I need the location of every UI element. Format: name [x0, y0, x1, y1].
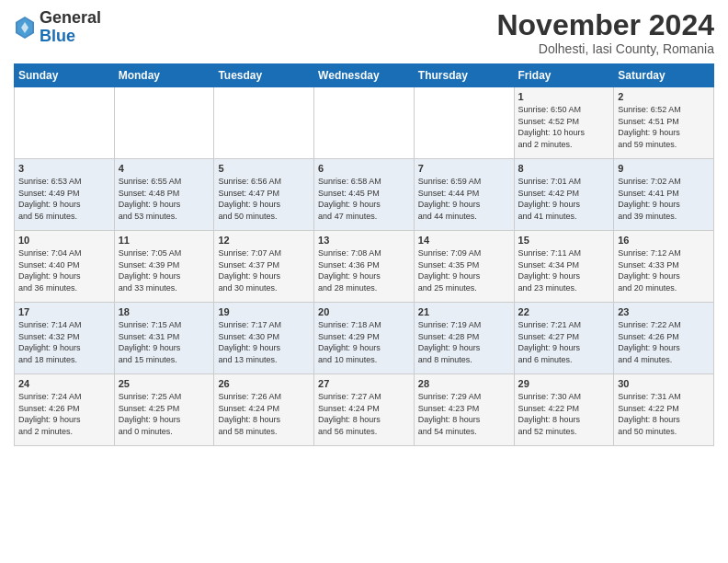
day-info: Sunrise: 7:01 AM Sunset: 4:42 PM Dayligh…	[518, 176, 610, 222]
day-number: 8	[518, 163, 610, 174]
header-saturday: Saturday	[614, 64, 714, 87]
calendar-cell-r2-c3: 13Sunrise: 7:08 AM Sunset: 4:36 PM Dayli…	[314, 231, 415, 303]
calendar-cell-r1-c0: 3Sunrise: 6:53 AM Sunset: 4:49 PM Daylig…	[15, 159, 115, 231]
day-number: 14	[418, 235, 510, 246]
calendar-header: Sunday Monday Tuesday Wednesday Thursday…	[15, 64, 714, 87]
day-info: Sunrise: 7:29 AM Sunset: 4:23 PM Dayligh…	[418, 391, 510, 437]
calendar-cell-r4-c0: 24Sunrise: 7:24 AM Sunset: 4:26 PM Dayli…	[15, 374, 115, 446]
day-number: 21	[418, 306, 510, 317]
calendar-cell-r3-c3: 20Sunrise: 7:18 AM Sunset: 4:29 PM Dayli…	[314, 303, 415, 374]
day-number: 23	[618, 306, 710, 317]
day-info: Sunrise: 6:55 AM Sunset: 4:48 PM Dayligh…	[119, 176, 210, 222]
day-info: Sunrise: 7:21 AM Sunset: 4:27 PM Dayligh…	[518, 319, 610, 365]
day-info: Sunrise: 6:56 AM Sunset: 4:47 PM Dayligh…	[218, 176, 310, 222]
day-number: 6	[318, 163, 410, 174]
day-number: 22	[518, 306, 610, 317]
logo-general-text: General	[40, 8, 101, 27]
header-thursday: Thursday	[414, 64, 514, 87]
day-info: Sunrise: 6:59 AM Sunset: 4:44 PM Dayligh…	[418, 176, 510, 222]
calendar-cell-r4-c4: 28Sunrise: 7:29 AM Sunset: 4:23 PM Dayli…	[414, 374, 514, 446]
day-info: Sunrise: 7:11 AM Sunset: 4:34 PM Dayligh…	[518, 247, 610, 293]
calendar-cell-r3-c6: 23Sunrise: 7:22 AM Sunset: 4:26 PM Dayli…	[614, 303, 714, 374]
calendar-cell-r2-c1: 11Sunrise: 7:05 AM Sunset: 4:39 PM Dayli…	[114, 231, 214, 303]
calendar-cell-r4-c3: 27Sunrise: 7:27 AM Sunset: 4:24 PM Dayli…	[314, 374, 415, 446]
day-info: Sunrise: 7:26 AM Sunset: 4:24 PM Dayligh…	[218, 391, 310, 437]
logo-icon	[14, 15, 36, 40]
day-info: Sunrise: 7:04 AM Sunset: 4:40 PM Dayligh…	[18, 247, 110, 293]
day-number: 26	[218, 378, 310, 389]
calendar-cell-r3-c4: 21Sunrise: 7:19 AM Sunset: 4:28 PM Dayli…	[414, 303, 514, 374]
logo-blue-text: Blue	[40, 27, 75, 45]
calendar-cell-r1-c4: 7Sunrise: 6:59 AM Sunset: 4:44 PM Daylig…	[414, 159, 514, 231]
day-number: 27	[318, 378, 410, 389]
day-info: Sunrise: 6:58 AM Sunset: 4:45 PM Dayligh…	[318, 176, 410, 222]
day-number: 16	[618, 235, 710, 246]
day-info: Sunrise: 7:02 AM Sunset: 4:41 PM Dayligh…	[618, 176, 710, 222]
day-info: Sunrise: 7:27 AM Sunset: 4:24 PM Dayligh…	[318, 391, 410, 437]
header-tuesday: Tuesday	[214, 64, 314, 87]
calendar-cell-r2-c0: 10Sunrise: 7:04 AM Sunset: 4:40 PM Dayli…	[15, 231, 115, 303]
calendar-cell-r3-c0: 17Sunrise: 7:14 AM Sunset: 4:32 PM Dayli…	[15, 303, 115, 374]
calendar-cell-r1-c5: 8Sunrise: 7:01 AM Sunset: 4:42 PM Daylig…	[514, 159, 614, 231]
day-number: 18	[119, 306, 210, 317]
calendar-cell-r4-c6: 30Sunrise: 7:31 AM Sunset: 4:22 PM Dayli…	[614, 374, 714, 446]
day-number: 29	[518, 378, 610, 389]
header: General Blue November 2024 Dolhesti, Ias…	[14, 9, 714, 56]
calendar-cell-r2-c5: 15Sunrise: 7:11 AM Sunset: 4:34 PM Dayli…	[514, 231, 614, 303]
location: Dolhesti, Iasi County, Romania	[496, 41, 714, 56]
day-info: Sunrise: 7:17 AM Sunset: 4:30 PM Dayligh…	[218, 319, 310, 365]
calendar-body: 1Sunrise: 6:50 AM Sunset: 4:52 PM Daylig…	[15, 87, 714, 446]
header-wednesday: Wednesday	[314, 64, 415, 87]
day-info: Sunrise: 7:22 AM Sunset: 4:26 PM Dayligh…	[618, 319, 710, 365]
day-number: 13	[318, 235, 410, 246]
day-number: 24	[18, 378, 110, 389]
day-info: Sunrise: 7:30 AM Sunset: 4:22 PM Dayligh…	[518, 391, 610, 437]
calendar-cell-r4-c1: 25Sunrise: 7:25 AM Sunset: 4:25 PM Dayli…	[114, 374, 214, 446]
calendar-cell-r3-c1: 18Sunrise: 7:15 AM Sunset: 4:31 PM Dayli…	[114, 303, 214, 374]
day-info: Sunrise: 7:12 AM Sunset: 4:33 PM Dayligh…	[618, 247, 710, 293]
calendar-cell-r4-c5: 29Sunrise: 7:30 AM Sunset: 4:22 PM Dayli…	[514, 374, 614, 446]
calendar-row-3: 17Sunrise: 7:14 AM Sunset: 4:32 PM Dayli…	[15, 303, 714, 374]
calendar-cell-r2-c4: 14Sunrise: 7:09 AM Sunset: 4:35 PM Dayli…	[414, 231, 514, 303]
calendar-cell-r3-c5: 22Sunrise: 7:21 AM Sunset: 4:27 PM Dayli…	[514, 303, 614, 374]
header-row: Sunday Monday Tuesday Wednesday Thursday…	[15, 64, 714, 87]
day-info: Sunrise: 7:18 AM Sunset: 4:29 PM Dayligh…	[318, 319, 410, 365]
calendar-cell-r0-c2	[214, 87, 314, 159]
calendar-cell-r0-c4	[414, 87, 514, 159]
calendar-cell-r1-c6: 9Sunrise: 7:02 AM Sunset: 4:41 PM Daylig…	[614, 159, 714, 231]
day-number: 4	[119, 163, 210, 174]
day-number: 9	[618, 163, 710, 174]
calendar-cell-r4-c2: 26Sunrise: 7:26 AM Sunset: 4:24 PM Dayli…	[214, 374, 314, 446]
calendar-cell-r0-c5: 1Sunrise: 6:50 AM Sunset: 4:52 PM Daylig…	[514, 87, 614, 159]
header-sunday: Sunday	[15, 64, 115, 87]
calendar-cell-r1-c1: 4Sunrise: 6:55 AM Sunset: 4:48 PM Daylig…	[114, 159, 214, 231]
calendar-cell-r2-c2: 12Sunrise: 7:07 AM Sunset: 4:37 PM Dayli…	[214, 231, 314, 303]
day-info: Sunrise: 7:19 AM Sunset: 4:28 PM Dayligh…	[418, 319, 510, 365]
calendar-cell-r0-c0	[15, 87, 115, 159]
day-number: 19	[218, 306, 310, 317]
day-number: 17	[18, 306, 110, 317]
day-number: 10	[18, 235, 110, 246]
calendar-cell-r0-c3	[314, 87, 415, 159]
day-number: 28	[418, 378, 510, 389]
day-number: 25	[119, 378, 210, 389]
day-info: Sunrise: 7:15 AM Sunset: 4:31 PM Dayligh…	[119, 319, 210, 365]
header-monday: Monday	[114, 64, 214, 87]
calendar-table: Sunday Monday Tuesday Wednesday Thursday…	[14, 63, 714, 446]
day-info: Sunrise: 7:09 AM Sunset: 4:35 PM Dayligh…	[418, 247, 510, 293]
day-number: 12	[218, 235, 310, 246]
header-friday: Friday	[514, 64, 614, 87]
calendar-cell-r2-c6: 16Sunrise: 7:12 AM Sunset: 4:33 PM Dayli…	[614, 231, 714, 303]
logo-text: General Blue	[40, 9, 101, 46]
page: General Blue November 2024 Dolhesti, Ias…	[0, 0, 728, 563]
day-number: 15	[518, 235, 610, 246]
day-number: 7	[418, 163, 510, 174]
day-info: Sunrise: 6:53 AM Sunset: 4:49 PM Dayligh…	[18, 176, 110, 222]
day-info: Sunrise: 7:05 AM Sunset: 4:39 PM Dayligh…	[119, 247, 210, 293]
logo: General Blue	[14, 9, 101, 46]
day-info: Sunrise: 7:31 AM Sunset: 4:22 PM Dayligh…	[618, 391, 710, 437]
title-block: November 2024 Dolhesti, Iasi County, Rom…	[496, 9, 714, 56]
day-info: Sunrise: 7:07 AM Sunset: 4:37 PM Dayligh…	[218, 247, 310, 293]
calendar-cell-r0-c1	[114, 87, 214, 159]
calendar-row-1: 3Sunrise: 6:53 AM Sunset: 4:49 PM Daylig…	[15, 159, 714, 231]
